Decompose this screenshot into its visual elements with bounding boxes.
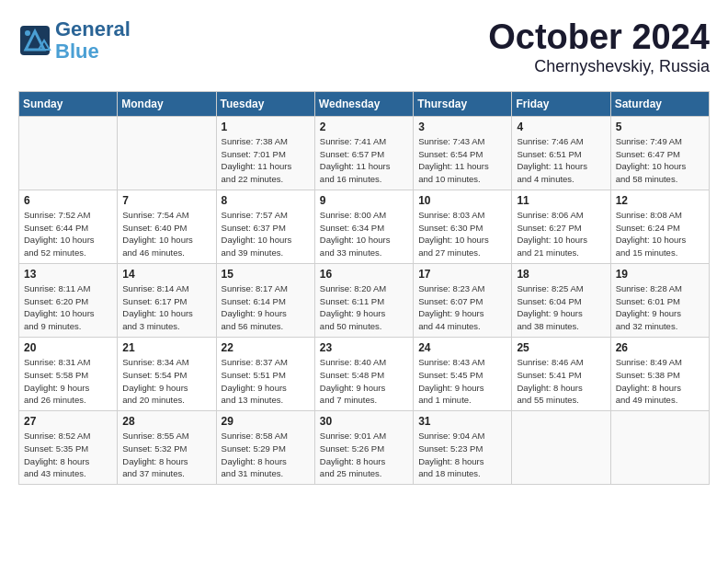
day-info: Sunrise: 8:11 AMSunset: 6:20 PMDaylight:… [24, 282, 112, 333]
calendar-cell: 14Sunrise: 8:14 AMSunset: 6:17 PMDayligh… [118, 263, 216, 337]
day-info: Sunrise: 8:14 AMSunset: 6:17 PMDaylight:… [122, 282, 210, 333]
calendar-cell: 16Sunrise: 8:20 AMSunset: 6:11 PMDayligh… [314, 263, 413, 337]
calendar-cell: 23Sunrise: 8:40 AMSunset: 5:48 PMDayligh… [314, 337, 413, 410]
calendar-cell: 26Sunrise: 8:49 AMSunset: 5:38 PMDayligh… [610, 337, 709, 410]
day-number: 25 [517, 341, 605, 354]
day-number: 12 [616, 194, 704, 207]
day-number: 17 [418, 268, 506, 281]
calendar-cell: 6Sunrise: 7:52 AMSunset: 6:44 PMDaylight… [19, 190, 118, 263]
calendar-cell: 28Sunrise: 8:55 AMSunset: 5:32 PMDayligh… [118, 411, 216, 485]
day-info: Sunrise: 9:01 AMSunset: 5:26 PMDaylight:… [320, 430, 408, 480]
day-info: Sunrise: 8:28 AMSunset: 6:01 PMDaylight:… [616, 282, 704, 333]
day-info: Sunrise: 7:49 AMSunset: 6:47 PMDaylight:… [616, 135, 704, 186]
day-number: 9 [320, 194, 408, 207]
day-number: 13 [24, 268, 112, 281]
calendar-cell: 19Sunrise: 8:28 AMSunset: 6:01 PMDayligh… [610, 263, 709, 337]
week-row-2: 6Sunrise: 7:52 AMSunset: 6:44 PMDaylight… [19, 190, 710, 263]
day-info: Sunrise: 7:54 AMSunset: 6:40 PMDaylight:… [122, 209, 210, 259]
calendar-cell: 25Sunrise: 8:46 AMSunset: 5:41 PMDayligh… [512, 337, 610, 410]
day-number: 24 [418, 341, 506, 354]
calendar-cell: 3Sunrise: 7:43 AMSunset: 6:54 PMDaylight… [414, 116, 512, 190]
calendar-cell [19, 116, 118, 190]
week-row-5: 27Sunrise: 8:52 AMSunset: 5:35 PMDayligh… [19, 411, 710, 485]
day-number: 27 [24, 415, 112, 428]
day-info: Sunrise: 8:03 AMSunset: 6:30 PMDaylight:… [418, 209, 506, 259]
calendar-cell: 5Sunrise: 7:49 AMSunset: 6:47 PMDaylight… [610, 116, 709, 190]
day-number: 19 [616, 268, 704, 281]
day-info: Sunrise: 8:37 AMSunset: 5:51 PMDaylight:… [222, 356, 310, 407]
calendar-table: SundayMondayTuesdayWednesdayThursdayFrid… [18, 91, 710, 485]
day-number: 3 [418, 121, 506, 133]
calendar-cell: 18Sunrise: 8:25 AMSunset: 6:04 PMDayligh… [512, 263, 610, 337]
day-number: 4 [517, 121, 605, 133]
day-number: 26 [616, 341, 704, 354]
week-row-1: 1Sunrise: 7:38 AMSunset: 7:01 PMDaylight… [19, 116, 710, 190]
day-number: 14 [122, 268, 210, 281]
header-day-saturday: Saturday [610, 91, 709, 116]
logo: General Blue [18, 18, 131, 63]
calendar-cell: 22Sunrise: 8:37 AMSunset: 5:51 PMDayligh… [216, 337, 314, 410]
day-info: Sunrise: 7:52 AMSunset: 6:44 PMDaylight:… [24, 209, 112, 259]
header-day-wednesday: Wednesday [314, 91, 413, 116]
day-number: 10 [418, 194, 506, 207]
day-number: 23 [320, 341, 408, 354]
day-info: Sunrise: 8:06 AMSunset: 6:27 PMDaylight:… [517, 209, 605, 259]
day-number: 21 [122, 341, 210, 354]
header-day-friday: Friday [512, 91, 610, 116]
day-info: Sunrise: 7:38 AMSunset: 7:01 PMDaylight:… [222, 135, 310, 186]
day-number: 11 [517, 194, 605, 207]
day-number: 15 [222, 268, 310, 281]
day-info: Sunrise: 8:20 AMSunset: 6:11 PMDaylight:… [320, 282, 408, 333]
logo-icon [18, 24, 51, 57]
day-number: 31 [418, 415, 506, 428]
calendar-cell: 20Sunrise: 8:31 AMSunset: 5:58 PMDayligh… [19, 337, 118, 410]
day-number: 22 [222, 341, 310, 354]
day-info: Sunrise: 8:08 AMSunset: 6:24 PMDaylight:… [616, 209, 704, 259]
header-row: SundayMondayTuesdayWednesdayThursdayFrid… [19, 91, 710, 116]
day-info: Sunrise: 8:49 AMSunset: 5:38 PMDaylight:… [616, 356, 704, 407]
calendar-cell: 4Sunrise: 7:46 AMSunset: 6:51 PMDaylight… [512, 116, 610, 190]
calendar-cell [118, 116, 216, 190]
calendar-cell [512, 411, 610, 485]
day-number: 28 [122, 415, 210, 428]
svg-point-3 [25, 30, 30, 36]
day-info: Sunrise: 8:55 AMSunset: 5:32 PMDaylight:… [122, 430, 210, 480]
day-info: Sunrise: 8:52 AMSunset: 5:35 PMDaylight:… [24, 430, 112, 480]
week-row-4: 20Sunrise: 8:31 AMSunset: 5:58 PMDayligh… [19, 337, 710, 410]
calendar-cell: 11Sunrise: 8:06 AMSunset: 6:27 PMDayligh… [512, 190, 610, 263]
calendar-cell: 31Sunrise: 9:04 AMSunset: 5:23 PMDayligh… [414, 411, 512, 485]
header-day-monday: Monday [118, 91, 216, 116]
calendar-cell: 17Sunrise: 8:23 AMSunset: 6:07 PMDayligh… [414, 263, 512, 337]
calendar-cell [610, 411, 709, 485]
calendar-header: SundayMondayTuesdayWednesdayThursdayFrid… [19, 91, 710, 116]
header-day-thursday: Thursday [414, 91, 512, 116]
day-info: Sunrise: 8:43 AMSunset: 5:45 PMDaylight:… [418, 356, 506, 407]
logo-line2: Blue [55, 40, 99, 63]
day-info: Sunrise: 8:58 AMSunset: 5:29 PMDaylight:… [222, 430, 310, 480]
day-number: 29 [222, 415, 310, 428]
day-number: 30 [320, 415, 408, 428]
day-info: Sunrise: 8:34 AMSunset: 5:54 PMDaylight:… [122, 356, 210, 407]
day-info: Sunrise: 7:46 AMSunset: 6:51 PMDaylight:… [517, 135, 605, 186]
day-number: 18 [517, 268, 605, 281]
day-number: 16 [320, 268, 408, 281]
calendar-cell: 27Sunrise: 8:52 AMSunset: 5:35 PMDayligh… [19, 411, 118, 485]
day-number: 7 [122, 194, 210, 207]
calendar-cell: 1Sunrise: 7:38 AMSunset: 7:01 PMDaylight… [216, 116, 314, 190]
day-info: Sunrise: 8:25 AMSunset: 6:04 PMDaylight:… [517, 282, 605, 333]
day-number: 2 [320, 121, 408, 133]
day-info: Sunrise: 9:04 AMSunset: 5:23 PMDaylight:… [418, 430, 506, 480]
calendar-cell: 13Sunrise: 8:11 AMSunset: 6:20 PMDayligh… [19, 263, 118, 337]
day-info: Sunrise: 8:17 AMSunset: 6:14 PMDaylight:… [222, 282, 310, 333]
calendar-cell: 29Sunrise: 8:58 AMSunset: 5:29 PMDayligh… [216, 411, 314, 485]
logo-line1: General [55, 17, 131, 40]
day-info: Sunrise: 8:31 AMSunset: 5:58 PMDaylight:… [24, 356, 112, 407]
calendar-subtitle: Chernyshevskiy, Russia [488, 57, 710, 76]
day-info: Sunrise: 8:00 AMSunset: 6:34 PMDaylight:… [320, 209, 408, 259]
calendar-cell: 8Sunrise: 7:57 AMSunset: 6:37 PMDaylight… [216, 190, 314, 263]
day-number: 8 [222, 194, 310, 207]
day-number: 20 [24, 341, 112, 354]
day-info: Sunrise: 7:57 AMSunset: 6:37 PMDaylight:… [222, 209, 310, 259]
page-header: General Blue October 2024 Chernyshevskiy… [18, 18, 710, 76]
calendar-cell: 9Sunrise: 8:00 AMSunset: 6:34 PMDaylight… [314, 190, 413, 263]
